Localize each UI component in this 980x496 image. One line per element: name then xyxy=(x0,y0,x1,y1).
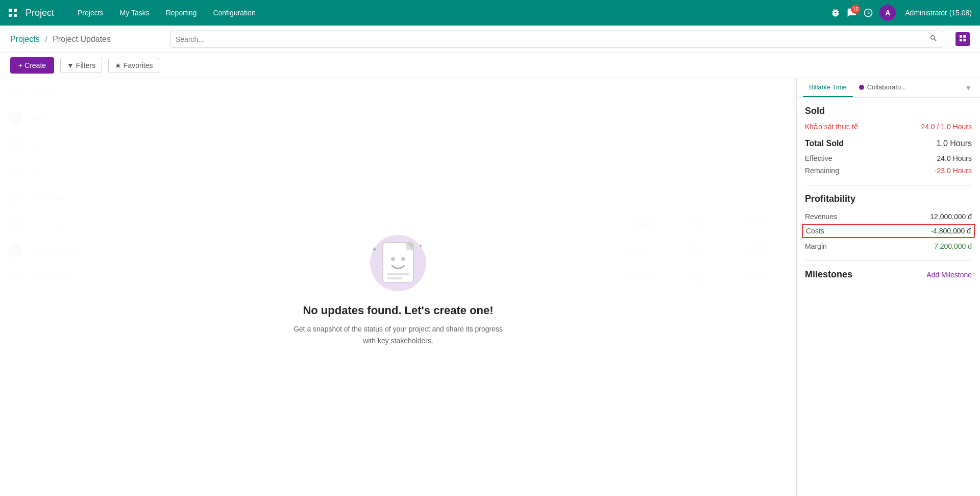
revenues-row: Revenues 12,000,000 đ xyxy=(805,210,972,223)
message-badge: 15 xyxy=(851,5,860,14)
costs-value: -4,800,000 đ xyxy=(930,227,971,235)
breadcrumb-separator: / xyxy=(45,35,47,43)
user-avatar[interactable]: A xyxy=(879,5,896,21)
sold-hours-value: 24.0 / 1.0 Hours xyxy=(921,123,972,131)
svg-rect-10 xyxy=(387,273,409,275)
effective-value: 24.0 Hours xyxy=(937,154,972,162)
total-sold-label: Total Sold xyxy=(805,139,844,148)
tab-collaborators-label: Collaborato... xyxy=(867,83,906,91)
top-bar: Projects / Project Updates xyxy=(0,26,980,53)
total-sold-section: Total Sold 1.0 Hours Effective 24.0 Hour… xyxy=(805,139,972,177)
main-layout: John Mi... A Henry Carri... Carri... Wen… xyxy=(0,78,980,496)
tabs-scroll-right[interactable]: ▼ xyxy=(963,78,974,97)
svg-point-9 xyxy=(401,257,405,261)
sold-row: Khảo sát thực tế 24.0 / 1.0 Hours xyxy=(805,123,972,131)
costs-label: Costs xyxy=(806,227,824,235)
empty-state-description: Get a snapshot of the status of your pro… xyxy=(291,323,505,346)
action-bar: + Create ▼ Filters ★ Favorites xyxy=(0,53,980,78)
revenues-label: Revenues xyxy=(805,212,837,221)
remaining-label: Remaining xyxy=(805,167,839,175)
tab-billable-time-label: Billable Time xyxy=(809,83,847,91)
breadcrumb: Projects / Project Updates xyxy=(10,35,111,44)
margin-row: Margin 7,200,000 đ xyxy=(805,240,972,252)
sold-section: Sold Khảo sát thực tế 24.0 / 1.0 Hours xyxy=(805,106,972,131)
svg-rect-0 xyxy=(9,9,12,12)
tab-collaborators[interactable]: Collaborato... xyxy=(853,78,913,97)
hours-detail: Effective 24.0 Hours Remaining -23.0 Hou… xyxy=(805,152,972,177)
grid-icon[interactable] xyxy=(8,8,17,17)
breadcrumb-parent[interactable]: Projects xyxy=(10,35,40,43)
bug-icon-button[interactable] xyxy=(830,8,841,18)
svg-text:✦: ✦ xyxy=(372,245,378,253)
messages-icon-button[interactable]: 15 xyxy=(847,8,857,18)
total-sold-value: 1.0 Hours xyxy=(937,139,972,148)
search-input[interactable] xyxy=(170,32,924,46)
remaining-value: -23.0 Hours xyxy=(935,167,972,175)
add-milestone-button[interactable]: Add Milestone xyxy=(926,271,972,279)
nav-reporting[interactable]: Reporting xyxy=(159,6,204,20)
nav-links: Projects My Tasks Reporting Configuratio… xyxy=(70,6,826,20)
svg-rect-2 xyxy=(9,14,12,17)
costs-row-highlighted: Costs -4,800,000 đ xyxy=(802,224,975,238)
margin-label: Margin xyxy=(805,242,827,250)
sold-survey-link[interactable]: Khảo sát thực tế xyxy=(805,123,859,131)
create-button[interactable]: + Create xyxy=(10,57,54,74)
kanban-view-button[interactable] xyxy=(955,32,970,46)
user-name[interactable]: Administrator (15.08) xyxy=(905,9,972,17)
svg-text:✦: ✦ xyxy=(419,243,423,249)
sold-title: Sold xyxy=(805,106,972,116)
nav-my-tasks[interactable]: My Tasks xyxy=(113,6,157,20)
svg-rect-1 xyxy=(14,9,17,12)
left-panel: John Mi... A Henry Carri... Carri... Wen… xyxy=(0,78,796,496)
empty-state-illustration: ✦ ✦ ✦ xyxy=(368,232,429,294)
remaining-row: Remaining -23.0 Hours xyxy=(805,164,972,177)
nav-projects[interactable]: Projects xyxy=(70,6,111,20)
tab-billable-time[interactable]: Billable Time xyxy=(803,78,853,97)
total-sold-row: Total Sold 1.0 Hours xyxy=(805,139,972,148)
top-navigation: Project Projects My Tasks Reporting Conf… xyxy=(0,0,980,26)
profitability-title: Profitability xyxy=(805,194,972,204)
breadcrumb-current: Project Updates xyxy=(53,35,111,43)
view-icons xyxy=(955,32,970,46)
margin-value: 7,200,000 đ xyxy=(934,242,972,250)
empty-state-title: No updates found. Let's create one! xyxy=(303,304,493,317)
empty-state-overlay: ✦ ✦ ✦ No updates found. Let's create one… xyxy=(0,78,796,496)
tab-dot-icon xyxy=(859,85,864,90)
search-icon[interactable] xyxy=(924,31,943,47)
svg-rect-11 xyxy=(387,277,402,279)
search-area xyxy=(170,31,943,48)
milestones-title: Milestones xyxy=(805,269,852,280)
revenues-value: 12,000,000 đ xyxy=(930,212,972,221)
right-content: Sold Khảo sát thực tế 24.0 / 1.0 Hours T… xyxy=(797,98,980,288)
nav-icons: 15 A Administrator (15.08) xyxy=(830,5,972,21)
divider-2 xyxy=(805,261,972,261)
divider-1 xyxy=(805,185,972,185)
effective-row: Effective 24.0 Hours xyxy=(805,152,972,164)
filter-button[interactable]: ▼ Filters xyxy=(60,58,102,73)
right-panel: Billable Time Collaborato... ▼ Sold Khảo… xyxy=(796,78,980,496)
milestones-section: Milestones Add Milestone xyxy=(805,269,972,280)
svg-text:✦: ✦ xyxy=(375,265,378,269)
svg-rect-3 xyxy=(14,14,17,17)
app-title: Project xyxy=(26,8,54,18)
effective-label: Effective xyxy=(805,154,832,162)
profitability-section: Profitability Revenues 12,000,000 đ Cost… xyxy=(805,194,972,252)
favorites-button[interactable]: ★ Favorites xyxy=(108,58,159,73)
svg-point-8 xyxy=(391,257,395,261)
nav-configuration[interactable]: Configuration xyxy=(206,6,262,20)
clock-icon-button[interactable] xyxy=(863,8,873,18)
right-tabs: Billable Time Collaborato... ▼ xyxy=(797,78,980,98)
